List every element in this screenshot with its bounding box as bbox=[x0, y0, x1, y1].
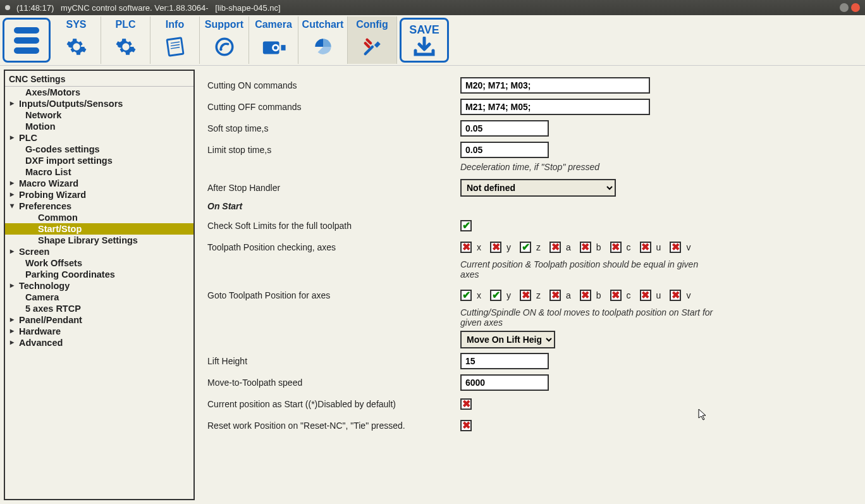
goto-axis-c-checkbox[interactable]: ✖ bbox=[610, 290, 622, 301]
pos-check-axis-v-label: v bbox=[686, 242, 690, 252]
tab-sys[interactable]: SYS bbox=[52, 16, 101, 64]
close-button[interactable] bbox=[851, 3, 860, 12]
tree-item-g-codes-settings[interactable]: G-codes settings bbox=[5, 144, 193, 155]
tab-cutchart[interactable]: Cutchart bbox=[298, 16, 348, 64]
settings-tree[interactable]: CNC Settings Axes/MotorsInputs/Outputs/S… bbox=[4, 70, 195, 500]
tab-config[interactable]: Config bbox=[348, 16, 397, 64]
decel-note: Deceleration time, if "Stop" pressed bbox=[460, 162, 713, 172]
goto-axis-x-checkbox[interactable]: ✔ bbox=[460, 290, 472, 301]
tree-item-motion[interactable]: Motion bbox=[5, 121, 193, 132]
soft-stop-label: Soft stop time,s bbox=[207, 123, 460, 133]
reset-work-label: Reset work Position on "Reset-NC", "Tie"… bbox=[207, 421, 460, 431]
svg-point-8 bbox=[274, 46, 278, 50]
goto-axis-a-checkbox[interactable]: ✖ bbox=[549, 290, 561, 301]
sys-icon bbox=[52, 32, 101, 62]
cutting-off-label: Cutting OFF commands bbox=[207, 102, 460, 112]
tree-item-panel-pendant[interactable]: Panel/Pendant bbox=[5, 314, 193, 326]
tab-label: SYS bbox=[52, 19, 101, 30]
tree-item-macro-wizard[interactable]: Macro Wizard bbox=[5, 178, 193, 189]
tree-item-network[interactable]: Network bbox=[5, 109, 193, 121]
tree-item-macro-list[interactable]: Macro List bbox=[5, 166, 193, 178]
limit-stop-input[interactable] bbox=[460, 142, 549, 158]
plc-icon bbox=[101, 32, 150, 62]
tree-item-advanced[interactable]: Advanced bbox=[5, 337, 193, 348]
check-soft-label: Check Soft Limits for the full toolpath bbox=[207, 221, 460, 231]
tab-label: PLC bbox=[101, 19, 150, 30]
settings-panel: Cutting ON commands Cutting OFF commands… bbox=[199, 70, 861, 500]
window-title: (11:48:17) myCNC control software. Ver:1… bbox=[16, 3, 840, 13]
pos-check-axis-b-checkbox[interactable]: ✖ bbox=[580, 242, 591, 253]
pos-check-label: Toolpath Position checking, axes bbox=[207, 242, 460, 252]
tree-item-preferences[interactable]: Preferences bbox=[5, 200, 193, 212]
tree-item-technology[interactable]: Technology bbox=[5, 280, 193, 292]
move-mode-select[interactable]: Move On Lift Heig bbox=[460, 331, 555, 348]
tree-item-screen[interactable]: Screen bbox=[5, 246, 193, 257]
download-icon bbox=[413, 37, 436, 57]
tab-support[interactable]: Support bbox=[200, 16, 249, 64]
tree-item-camera[interactable]: Camera bbox=[5, 292, 193, 303]
pos-check-axis-a-checkbox[interactable]: ✖ bbox=[549, 242, 561, 253]
pos-check-axis-v-checkbox[interactable]: ✖ bbox=[670, 242, 681, 253]
config-icon bbox=[348, 32, 396, 62]
save-label: SAVE bbox=[409, 23, 439, 37]
lift-height-input[interactable] bbox=[460, 353, 549, 369]
svg-point-4 bbox=[216, 39, 233, 55]
tree-item-plc[interactable]: PLC bbox=[5, 132, 193, 144]
goto-axis-b-checkbox[interactable]: ✖ bbox=[580, 290, 591, 301]
pos-check-axis-y-label: y bbox=[506, 242, 511, 252]
pos-check-axis-x-label: x bbox=[477, 242, 481, 252]
minimize-button[interactable] bbox=[840, 3, 849, 12]
goto-axis-z-checkbox[interactable]: ✖ bbox=[520, 290, 531, 301]
tree-item-probing-wizard[interactable]: Probing Wizard bbox=[5, 189, 193, 200]
goto-axis-y-checkbox[interactable]: ✔ bbox=[490, 290, 501, 301]
tab-camera[interactable]: Camera bbox=[249, 16, 298, 64]
tab-label: Support bbox=[200, 19, 248, 30]
tree-item-inputs-outputs-sensors[interactable]: Inputs/Outputs/Sensors bbox=[5, 98, 193, 109]
svg-point-5 bbox=[219, 48, 222, 51]
tree-header: CNC Settings bbox=[5, 72, 193, 87]
pos-check-axis-z-checkbox[interactable]: ✔ bbox=[520, 242, 531, 253]
svg-rect-0 bbox=[167, 38, 183, 56]
tree-item-dxf-import-settings[interactable]: DXF import settings bbox=[5, 155, 193, 166]
pos-check-axis-c-checkbox[interactable]: ✖ bbox=[610, 242, 622, 253]
move-speed-input[interactable] bbox=[460, 374, 549, 391]
tree-item-hardware[interactable]: Hardware bbox=[5, 326, 193, 337]
after-stop-select[interactable]: Not defined bbox=[460, 179, 616, 197]
pos-check-axis-u-checkbox[interactable]: ✖ bbox=[640, 242, 651, 253]
tree-item-axes-motors[interactable]: Axes/Motors bbox=[5, 87, 193, 98]
window-titlebar: (11:48:17) myCNC control software. Ver:1… bbox=[0, 0, 865, 15]
tree-item-shape-library-settings[interactable]: Shape Library Settings bbox=[5, 235, 193, 246]
tab-label: Info bbox=[150, 19, 199, 30]
tab-plc[interactable]: PLC bbox=[101, 16, 150, 64]
support-icon bbox=[200, 32, 248, 62]
current-pos-checkbox[interactable]: ✖ bbox=[460, 398, 472, 410]
tab-label: Cutchart bbox=[298, 19, 347, 30]
pos-check-note: Current position & Toolpath position sho… bbox=[460, 259, 713, 280]
check-soft-checkbox[interactable]: ✔ bbox=[460, 220, 472, 231]
tree-item-parking-coordinates[interactable]: Parking Coordinates bbox=[5, 269, 193, 280]
info-icon bbox=[150, 32, 199, 62]
goto-axis-x-label: x bbox=[477, 290, 481, 300]
tab-info[interactable]: Info bbox=[150, 16, 200, 64]
tree-item-start-stop[interactable]: Start/Stop bbox=[5, 223, 193, 235]
cutting-on-input[interactable] bbox=[460, 77, 650, 94]
tree-item-work-offsets[interactable]: Work Offsets bbox=[5, 257, 193, 269]
goto-axis-v-checkbox[interactable]: ✖ bbox=[670, 290, 681, 301]
cutting-off-input[interactable] bbox=[460, 99, 650, 115]
tree-item-common[interactable]: Common bbox=[5, 212, 193, 223]
on-start-header: On Start bbox=[207, 201, 852, 211]
goto-label: Goto Toolpath Position for axes bbox=[207, 290, 460, 300]
save-button[interactable]: SAVE bbox=[400, 18, 449, 63]
svg-line-1 bbox=[170, 42, 179, 43]
tree-item-5-axes-rtcp[interactable]: 5 axes RTCP bbox=[5, 303, 193, 314]
pos-check-axis-x-checkbox[interactable]: ✖ bbox=[460, 242, 472, 253]
goto-axis-u-checkbox[interactable]: ✖ bbox=[640, 290, 651, 301]
soft-stop-input[interactable] bbox=[460, 120, 549, 137]
goto-axis-z-label: z bbox=[536, 290, 541, 300]
pos-check-axis-y-checkbox[interactable]: ✖ bbox=[490, 242, 501, 253]
goto-note: Cutting/Spindle ON & tool moves to toolp… bbox=[460, 307, 713, 328]
reset-work-checkbox[interactable]: ✖ bbox=[460, 420, 472, 431]
goto-axis-c-label: c bbox=[627, 290, 631, 300]
pos-check-axis-z-label: z bbox=[536, 242, 541, 252]
menu-button[interactable] bbox=[3, 18, 51, 63]
